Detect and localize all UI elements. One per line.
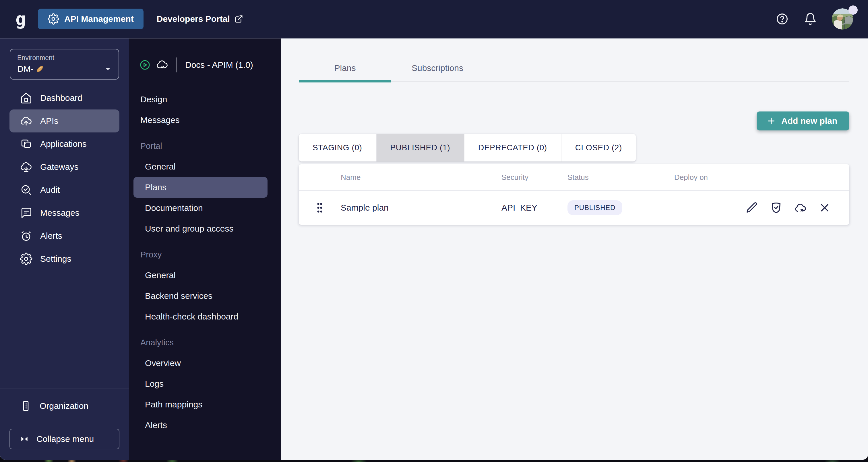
api-nav-logs[interactable]: Logs: [133, 374, 268, 394]
add-plan-label: Add new plan: [781, 116, 837, 126]
bell-icon[interactable]: [804, 12, 817, 26]
filter-published[interactable]: PUBLISHED (1): [376, 134, 464, 162]
api-nav-design[interactable]: Design: [133, 89, 268, 110]
api-nav-label: Overview: [145, 358, 181, 368]
sidebar-item-gateways[interactable]: Gateways: [9, 155, 119, 178]
collapse-icon: [20, 434, 29, 443]
api-nav-header-label: Portal: [141, 141, 162, 151]
api-nav-backend-services[interactable]: Backend services: [133, 286, 268, 306]
api-nav-header-proxy: Proxy: [133, 244, 268, 265]
sidebar-item-apis[interactable]: APIs: [9, 110, 119, 133]
sidebar-item-label: Alerts: [40, 231, 62, 241]
api-nav-label: Messages: [141, 115, 180, 125]
chat-icon: [20, 207, 32, 219]
sidebar-item-organization[interactable]: Organization: [0, 400, 129, 412]
status-dot: [848, 5, 858, 15]
main-content: Plans Subscriptions Add new plan S: [281, 38, 868, 460]
column-header-deploy-on: Deploy on: [674, 173, 739, 182]
plan-status-filter: STAGING (0) PUBLISHED (1) DEPRECATED (0)…: [299, 134, 636, 162]
api-nav-label: General: [145, 162, 176, 172]
environment-sidebar: Environment DM-: [0, 38, 129, 460]
api-nav-plans[interactable]: Plans: [133, 177, 268, 198]
developers-portal-link[interactable]: Developers Portal: [157, 14, 243, 24]
gear-icon: [48, 13, 59, 25]
add-new-plan-button[interactable]: Add new plan: [756, 112, 849, 131]
close-x-icon[interactable]: [818, 201, 831, 214]
plan-name-cell: Sample plan: [341, 203, 501, 212]
api-management-button[interactable]: API Management: [38, 9, 144, 29]
api-header: Docs - APIM (1.0): [139, 57, 273, 73]
collapse-menu-button[interactable]: Collapse menu: [9, 429, 119, 450]
api-nav-documentation[interactable]: Documentation: [133, 198, 268, 219]
table-header-row: Name Security Status Deploy on: [299, 164, 849, 191]
api-nav-path-mappings[interactable]: Path mappings: [133, 394, 268, 415]
api-nav-label: Design: [141, 94, 167, 104]
sidebar-bottom-section: Organization Collapse menu: [0, 388, 129, 460]
tab-plans[interactable]: Plans: [299, 56, 391, 83]
api-sidebar: Docs - APIM (1.0) Design Messages Portal…: [129, 38, 281, 460]
api-nav-overview[interactable]: Overview: [133, 353, 268, 374]
user-avatar[interactable]: [832, 8, 853, 30]
applications-icon: [20, 138, 32, 150]
topbar: g API Management Developers Portal: [0, 0, 868, 38]
api-nav-label: Alerts: [145, 420, 167, 430]
actions-row: Add new plan: [299, 112, 849, 131]
api-nav-portal-general[interactable]: General: [133, 156, 268, 177]
sidebar-item-label: APIs: [40, 116, 58, 126]
home-icon: [20, 92, 32, 104]
column-header-name: Name: [341, 173, 501, 182]
external-link-icon: [235, 15, 243, 23]
edit-pencil-icon[interactable]: [745, 201, 758, 214]
api-nav-label: Plans: [145, 182, 166, 192]
filter-staging[interactable]: STAGING (0): [299, 134, 376, 162]
api-nav: Design Messages Portal General Plans Doc…: [129, 89, 281, 436]
sidebar-item-alerts[interactable]: Alerts: [9, 224, 119, 248]
gravitee-logo: g: [11, 10, 30, 28]
portal-link-label: Developers Portal: [157, 14, 230, 24]
shield-check-icon[interactable]: [770, 201, 783, 214]
api-nav-header-label: Analytics: [141, 338, 174, 347]
api-nav-alerts[interactable]: Alerts: [133, 415, 268, 436]
api-nav-label: Logs: [145, 379, 164, 389]
baguette-emoji: [35, 64, 44, 74]
plus-icon: [766, 116, 776, 126]
sidebar-item-label: Dashboard: [40, 93, 82, 103]
api-nav-label: General: [145, 270, 176, 280]
tabbar: Plans Subscriptions: [299, 56, 849, 83]
api-nav-proxy-general[interactable]: General: [133, 265, 268, 286]
sidebar-item-dashboard[interactable]: Dashboard: [9, 86, 119, 110]
drag-handle-icon: [314, 201, 326, 214]
api-nav-header-analytics: Analytics: [133, 332, 268, 353]
api-nav-label: Documentation: [145, 203, 203, 213]
filter-closed[interactable]: CLOSED (2): [561, 134, 636, 162]
environment-selector[interactable]: Environment DM-: [10, 49, 119, 80]
play-circle-icon: [139, 59, 151, 71]
column-header-security: Security: [501, 173, 567, 182]
alarm-icon: [20, 230, 32, 242]
sidebar-item-settings[interactable]: Settings: [9, 248, 119, 270]
collapse-label: Collapse menu: [36, 434, 94, 444]
api-nav-label: Health-check dashboard: [145, 312, 238, 321]
sidebar-item-audit[interactable]: Audit: [9, 178, 119, 201]
cloud-check-icon: [156, 59, 168, 71]
sidebar-item-applications[interactable]: Applications: [9, 133, 119, 155]
api-nav-user-group-access[interactable]: User and group access: [133, 219, 268, 239]
sidebar-item-messages[interactable]: Messages: [9, 201, 119, 224]
sidebar-item-label: Applications: [40, 139, 87, 149]
filter-deprecated[interactable]: DEPRECATED (0): [464, 134, 561, 162]
cloud-x-icon[interactable]: [794, 201, 807, 214]
tab-subscriptions[interactable]: Subscriptions: [391, 56, 484, 83]
audit-search-icon: [20, 183, 32, 196]
plan-security-cell: API_KEY: [501, 203, 567, 212]
app-window: g API Management Developers Portal: [0, 0, 868, 460]
plans-table: Name Security Status Deploy on: [299, 164, 849, 225]
api-nav-label: User and group access: [145, 224, 234, 234]
api-nav-health-check-dashboard[interactable]: Health-check dashboard: [133, 306, 268, 327]
api-nav-messages[interactable]: Messages: [133, 110, 268, 131]
api-title: Docs - APIM (1.0): [185, 60, 253, 70]
drag-handle[interactable]: [299, 201, 341, 214]
sidebar-item-label: Messages: [40, 208, 80, 218]
sidebar-item-label: Audit: [40, 185, 60, 195]
product-button-label: API Management: [64, 14, 134, 24]
help-icon[interactable]: [776, 12, 789, 26]
